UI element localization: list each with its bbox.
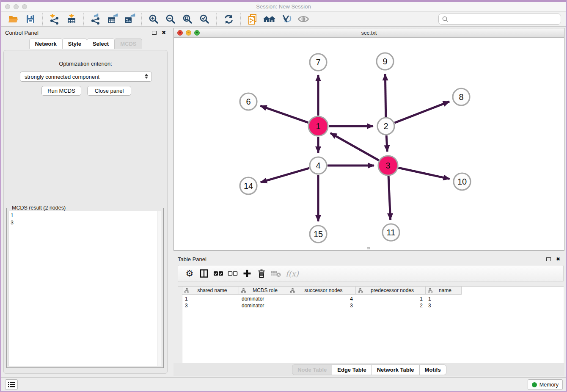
toolbar-separator <box>216 13 217 25</box>
column-header-predecessor-nodes[interactable]: predecessor nodes <box>356 287 426 295</box>
toolbar-separator <box>141 13 142 25</box>
edge-2-8[interactable] <box>395 102 450 123</box>
tab-network[interactable]: Network <box>29 39 63 49</box>
cell-name[interactable]: 3 <box>426 302 462 309</box>
result-scrollbar[interactable] <box>157 211 162 366</box>
column-sort-icon[interactable] <box>428 288 432 293</box>
import-table-icon[interactable] <box>65 13 78 25</box>
node-label-15: 15 <box>314 229 323 239</box>
zoom-selected-icon[interactable] <box>198 13 211 25</box>
close-table-panel-icon[interactable]: ✖ <box>556 256 560 262</box>
network-window-titlebar[interactable]: × − + scc.txt <box>174 28 564 38</box>
column-sort-icon[interactable] <box>358 288 363 293</box>
run-mcds-button[interactable]: Run MCDS <box>41 86 81 96</box>
resize-handle[interactable] <box>367 247 370 249</box>
status-bar: Memory <box>1 377 566 391</box>
cell-successor-nodes[interactable]: 3 <box>288 302 356 309</box>
tab-mcds[interactable]: MCDS <box>114 39 142 49</box>
network-window-title: scc.txt <box>174 28 564 37</box>
column-sort-icon[interactable] <box>290 288 295 293</box>
tab-network-table[interactable]: Network Table <box>372 364 420 375</box>
control-panel-title: Control Panel <box>5 30 39 36</box>
edge-2-9[interactable] <box>385 74 385 117</box>
open-session-icon[interactable] <box>7 13 20 25</box>
apply-preferred-layout-icon[interactable] <box>222 13 235 25</box>
delete-table-icon[interactable] <box>269 267 283 280</box>
tab-node-table[interactable]: Node Table <box>292 364 332 375</box>
export-network-icon[interactable] <box>89 13 102 25</box>
memory-button[interactable]: Memory <box>528 379 563 390</box>
network-minimize-icon[interactable]: − <box>186 30 191 36</box>
column-header-name[interactable]: name <box>426 287 462 295</box>
close-panel-button[interactable]: Close panel <box>87 86 131 96</box>
result-item[interactable]: 3 <box>11 219 162 226</box>
function-builder-icon[interactable]: f(x) <box>286 269 299 278</box>
export-image-icon[interactable] <box>123 13 136 25</box>
column-header-successor-nodes[interactable]: successor nodes <box>288 287 356 295</box>
tab-style[interactable]: Style <box>62 39 87 49</box>
cell-MCDS-role[interactable]: dominator <box>239 295 288 302</box>
cell-name[interactable]: 1 <box>426 295 462 302</box>
network-canvas[interactable]: 7968124314101511 <box>174 38 564 250</box>
cell-shared-name[interactable]: 1 <box>182 295 239 302</box>
zoom-out-icon[interactable] <box>164 13 177 25</box>
column-sort-icon[interactable] <box>184 288 189 293</box>
close-window-icon[interactable] <box>5 4 10 9</box>
edge-1-6[interactable] <box>260 106 308 123</box>
mcds-result-list[interactable]: 13 <box>8 211 162 366</box>
traffic-lights <box>5 4 27 9</box>
export-table-icon[interactable] <box>106 13 119 25</box>
zoom-in-icon[interactable] <box>147 13 160 25</box>
edge-3-11[interactable] <box>388 176 391 220</box>
hide-graphics-details-icon[interactable] <box>280 13 293 25</box>
save-session-icon[interactable] <box>24 13 37 25</box>
table-header-row: shared nameMCDS rolesuccessor nodesprede… <box>182 287 462 295</box>
mcds-result-title: MCDS result (2 nodes) <box>10 205 67 211</box>
zoom-window-icon[interactable] <box>22 4 27 9</box>
tab-motifs[interactable]: Motifs <box>419 364 446 375</box>
select-all-columns-icon[interactable] <box>211 267 226 280</box>
task-history-button[interactable] <box>5 379 18 390</box>
float-table-panel-icon[interactable] <box>546 257 551 261</box>
criterion-dropdown[interactable]: strongly connected component <box>20 72 152 82</box>
edge-2-3[interactable] <box>386 135 387 152</box>
column-header-MCDS-role[interactable]: MCDS role <box>239 287 288 295</box>
unselect-all-columns-icon[interactable] <box>226 267 240 280</box>
result-item[interactable]: 1 <box>11 212 162 219</box>
toolbar-separator <box>240 13 241 25</box>
cell-successor-nodes[interactable]: 4 <box>288 295 356 302</box>
table-row[interactable]: 3dominator323 <box>182 302 462 309</box>
edge-4-14[interactable] <box>261 168 309 182</box>
tab-edge-table[interactable]: Edge Table <box>332 364 372 375</box>
show-column-panel-icon[interactable] <box>197 267 211 280</box>
home-icon[interactable] <box>263 13 276 25</box>
zoom-fit-icon[interactable] <box>181 13 194 25</box>
column-header-shared-name[interactable]: shared name <box>182 287 239 295</box>
close-panel-icon[interactable]: ✖ <box>162 30 166 36</box>
cell-predecessor-nodes[interactable]: 1 <box>356 295 426 302</box>
delete-column-icon[interactable] <box>254 267 269 280</box>
edge-3-1[interactable] <box>330 133 379 160</box>
import-network-icon[interactable] <box>48 13 61 25</box>
search-input[interactable] <box>449 15 561 23</box>
float-panel-icon[interactable] <box>152 31 157 35</box>
cell-predecessor-nodes[interactable]: 2 <box>356 302 426 309</box>
column-sort-icon[interactable] <box>241 288 246 293</box>
minimize-window-icon[interactable] <box>14 4 19 9</box>
panel-splitter[interactable] <box>170 27 173 377</box>
cell-MCDS-role[interactable]: dominator <box>239 302 288 309</box>
node-label-1: 1 <box>316 121 320 131</box>
add-column-icon[interactable] <box>240 267 254 280</box>
show-hide-panel-icon[interactable] <box>297 13 310 25</box>
network-close-icon[interactable]: × <box>177 30 183 36</box>
edge-3-10[interactable] <box>398 168 449 179</box>
table-row[interactable]: 1dominator411 <box>182 295 462 302</box>
clone-network-icon[interactable] <box>246 13 259 25</box>
search-box[interactable] <box>438 14 561 25</box>
memory-status-icon <box>532 382 537 387</box>
cell-shared-name[interactable]: 3 <box>182 302 239 309</box>
network-zoom-icon[interactable]: + <box>194 30 200 36</box>
settings-icon[interactable]: ⚙ <box>182 267 197 280</box>
tab-select[interactable]: Select <box>87 39 115 49</box>
mcds-result-group: MCDS result (2 nodes) 13 <box>6 208 164 368</box>
